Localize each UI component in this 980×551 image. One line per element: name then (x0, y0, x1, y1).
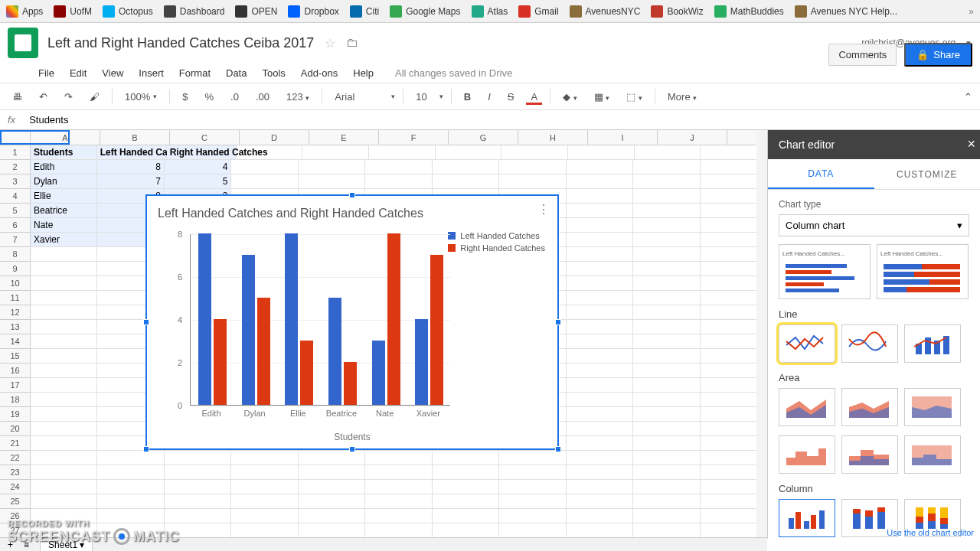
row-header[interactable]: 15 (0, 349, 30, 364)
italic-icon[interactable]: I (483, 88, 495, 106)
close-icon[interactable]: × (967, 136, 975, 152)
cell[interactable]: Edith (31, 160, 97, 174)
cell[interactable] (633, 189, 700, 204)
cell[interactable] (633, 262, 700, 276)
chart-thumb-line-smooth[interactable] (841, 324, 898, 363)
cell[interactable] (567, 334, 633, 349)
paint-format-icon[interactable]: 🖌 (85, 88, 104, 106)
cell[interactable] (567, 465, 633, 480)
cell[interactable] (567, 523, 633, 538)
cell[interactable] (31, 465, 97, 480)
cell[interactable] (633, 393, 700, 407)
row-header[interactable]: 4 (0, 189, 30, 204)
cell[interactable] (633, 320, 700, 334)
menu-file[interactable]: File (38, 67, 54, 79)
cell[interactable] (567, 349, 633, 364)
cell[interactable] (567, 189, 633, 204)
row-header[interactable]: 16 (0, 364, 30, 378)
bookmark-item[interactable]: Atlas (472, 5, 508, 18)
cell[interactable] (237, 145, 303, 160)
cell[interactable] (97, 480, 164, 494)
row-header[interactable]: 22 (0, 451, 30, 465)
chart-suggestion-thumb[interactable]: Left Handed Catches... (877, 244, 969, 299)
cell[interactable] (567, 509, 633, 523)
cell[interactable] (231, 160, 298, 174)
cell[interactable] (31, 247, 97, 262)
cell[interactable]: 8 (97, 160, 164, 174)
cell[interactable]: Left Handed Catches (97, 145, 167, 160)
row-header[interactable]: 5 (0, 204, 30, 218)
vertical-scrollbar[interactable] (756, 130, 767, 539)
tab-customize[interactable]: CUSTOMIZE (874, 159, 981, 189)
column-header[interactable]: I (588, 130, 658, 145)
cell[interactable] (633, 160, 700, 174)
chart-thumb-area-stacked[interactable] (841, 388, 898, 426)
row-header[interactable]: 20 (0, 422, 30, 436)
chart-thumb-step-area-stacked[interactable] (841, 435, 898, 474)
row-header[interactable]: 23 (0, 465, 30, 480)
cell[interactable] (567, 422, 633, 436)
cell[interactable] (31, 378, 97, 393)
menu-data[interactable]: Data (226, 67, 247, 79)
row-header[interactable]: 6 (0, 218, 30, 233)
cell[interactable] (633, 494, 700, 509)
font-size-select[interactable]: 10 (411, 88, 431, 106)
merge-icon[interactable]: ⬚ ▾ (622, 88, 647, 106)
cell[interactable] (633, 480, 700, 494)
cell[interactable] (299, 451, 365, 465)
bookmark-item[interactable]: Gmail (518, 5, 558, 18)
cell[interactable] (31, 262, 97, 276)
cell[interactable] (499, 465, 566, 480)
embedded-chart[interactable]: ⋮ Left Handed Catches and Right Handed C… (145, 194, 559, 450)
row-header[interactable]: 24 (0, 480, 30, 494)
column-header[interactable]: J (658, 130, 727, 145)
cell[interactable] (633, 523, 700, 538)
cell[interactable] (231, 523, 298, 538)
menu-tools[interactable]: Tools (262, 67, 285, 79)
chart-thumb-combo[interactable] (904, 324, 961, 363)
cell[interactable] (501, 145, 568, 160)
cell[interactable] (231, 465, 298, 480)
cell[interactable] (231, 509, 298, 523)
column-header[interactable]: B (100, 130, 170, 145)
cell[interactable] (231, 451, 298, 465)
cell[interactable] (299, 494, 365, 509)
cell[interactable] (433, 465, 499, 480)
format-123[interactable]: 123 ▾ (282, 88, 314, 106)
chart-thumb-line[interactable] (779, 324, 835, 363)
decrease-decimal[interactable]: .0 (226, 88, 243, 106)
cell[interactable] (369, 145, 436, 160)
cell[interactable] (31, 291, 97, 305)
cell[interactable] (635, 145, 701, 160)
chart-thumb-area[interactable] (779, 388, 835, 426)
cell[interactable]: Dylan (31, 174, 97, 189)
cell[interactable]: 7 (97, 174, 164, 189)
share-button[interactable]: 🔒Share (904, 43, 972, 67)
cell[interactable] (165, 494, 231, 509)
row-header[interactable]: 8 (0, 247, 30, 262)
cell[interactable] (299, 523, 365, 538)
fill-color-icon[interactable]: ◆ ▾ (558, 88, 582, 106)
cell[interactable] (31, 393, 97, 407)
more-toolbar[interactable]: More ▾ (663, 88, 701, 106)
chart-thumb-step-area-100[interactable] (904, 435, 961, 474)
cell[interactable]: Nate (31, 218, 97, 233)
cell[interactable] (567, 494, 633, 509)
row-header[interactable]: 2 (0, 160, 30, 174)
bookmark-item[interactable]: Dropbox (288, 5, 338, 18)
cell[interactable] (365, 480, 432, 494)
cell[interactable] (97, 494, 164, 509)
cell[interactable] (568, 145, 635, 160)
select-all-corner[interactable] (0, 130, 31, 145)
column-header[interactable]: A (31, 130, 100, 145)
chart-menu-icon[interactable]: ⋮ (537, 202, 550, 217)
cell[interactable] (31, 334, 97, 349)
bookmark-item[interactable]: UofM (54, 5, 92, 18)
strikethrough-icon[interactable]: S (503, 88, 519, 106)
cell[interactable]: 5 (165, 174, 231, 189)
cell[interactable] (31, 276, 97, 291)
spreadsheet-grid[interactable]: ABCDEFGHIJ 12345678910111213141516171819… (0, 130, 767, 539)
cell[interactable] (567, 305, 633, 320)
cell[interactable] (567, 291, 633, 305)
column-header[interactable]: F (379, 130, 449, 145)
